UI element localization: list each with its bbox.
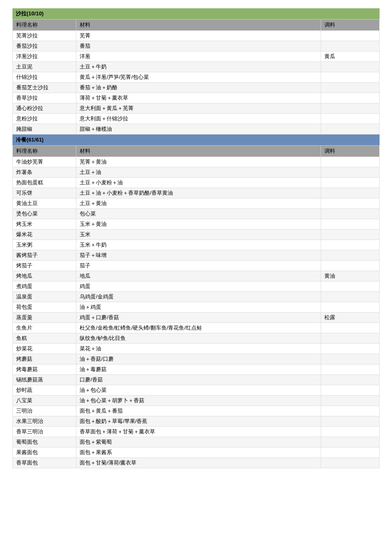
table-row: 果酱面包 面包＋果酱系 xyxy=(13,447,380,458)
dish-name: 烤茄子 xyxy=(13,261,76,271)
table-row: 生鱼片 杜父鱼/金枪鱼/虹鳟鱼/硬头鳟/翻车鱼/青花鱼/红点鲑 xyxy=(13,323,380,333)
dish-ingredient: 土豆＋牛奶 xyxy=(76,62,321,72)
table-row: 洋葱沙拉 洋葱 黄瓜 xyxy=(13,51,380,62)
dish-name: 烤玉米 xyxy=(13,219,76,230)
table-row: 通心粉沙拉 意大利面＋黄瓜＋芜菁 xyxy=(13,103,380,114)
dish-name: 温泉蛋 xyxy=(13,292,76,302)
cold-col-ingredient: 材料 xyxy=(76,146,321,157)
table-row: 蒸蛋羹 鸡蛋＋口蘑/香菇 松露 xyxy=(13,313,380,323)
dish-ingredient: 茄子 xyxy=(76,261,321,271)
dish-ingredient: 油＋毒蘑菇 xyxy=(76,364,321,375)
dish-name: 香草沙拉 xyxy=(13,93,76,103)
table-row: 炒菜花 菜花＋油 xyxy=(13,344,380,354)
dish-name: 番茄芝士沙拉 xyxy=(13,83,76,93)
dish-ingredient: 芜菁 xyxy=(76,31,321,41)
dish-seasoning xyxy=(321,447,379,458)
dish-ingredient: 洋葱 xyxy=(76,51,321,62)
dish-seasoning xyxy=(321,364,379,375)
dish-seasoning xyxy=(321,333,379,344)
table-row: 三明治 面包＋黄瓜＋番茄 xyxy=(13,406,380,416)
dish-seasoning xyxy=(321,261,379,271)
dish-ingredient: 黄瓜＋洋葱/芦笋/芜菁/包心菜 xyxy=(76,72,321,83)
dish-ingredient: 面包＋黄瓜＋番茄 xyxy=(76,406,321,416)
dish-name: 土豆泥 xyxy=(13,62,76,72)
dish-ingredient: 鸡蛋 xyxy=(76,281,321,292)
dish-ingredient: 土豆＋小麦粉＋油 xyxy=(76,178,321,188)
salad-col-ingredient: 材料 xyxy=(76,20,321,31)
table-row: 炒时蔬 油＋包心菜 xyxy=(13,385,380,396)
table-row: 烫包心菜 包心菜 xyxy=(13,209,380,219)
dish-name: 鱼糕 xyxy=(13,333,76,344)
dish-seasoning xyxy=(321,396,379,406)
dish-name: 水果三明治 xyxy=(13,416,76,427)
dish-seasoning xyxy=(321,167,379,178)
dish-ingredient: 茄子＋味增 xyxy=(76,250,321,261)
dish-ingredient: 地瓜 xyxy=(76,271,321,281)
dish-seasoning xyxy=(321,344,379,354)
dish-seasoning xyxy=(321,31,379,41)
dish-seasoning xyxy=(321,219,379,230)
dish-seasoning xyxy=(321,124,379,134)
dish-name: 煮鸡蛋 xyxy=(13,281,76,292)
dish-ingredient: 油＋包心菜 xyxy=(76,385,321,396)
dish-seasoning xyxy=(321,458,379,468)
dish-ingredient: 油＋香菇/口蘑 xyxy=(76,354,321,364)
dish-ingredient: 番茄＋油＋奶酪 xyxy=(76,83,321,93)
table-row: 香草面包 面包＋甘菊/薄荷/薰衣草 xyxy=(13,458,380,468)
table-row: 玉米粥 玉米＋牛奶 xyxy=(13,240,380,250)
dish-seasoning xyxy=(321,41,379,51)
dish-name: 生鱼片 xyxy=(13,323,76,333)
dish-ingredient: 土豆＋油 xyxy=(76,167,321,178)
salad-table: 料理名称 材料 调料 芜菁沙拉 芜菁 番茄沙拉 番茄 洋葱沙拉 洋葱 黄瓜 土豆… xyxy=(12,19,380,134)
salad-section: 沙拉(10/10) 料理名称 材料 调料 芜菁沙拉 芜菁 番茄沙拉 番茄 洋葱沙… xyxy=(12,8,380,134)
dish-seasoning: 黄油 xyxy=(321,271,379,281)
table-row: 土豆泥 土豆＋牛奶 xyxy=(13,62,380,72)
table-row: 爆米花 玉米 xyxy=(13,230,380,240)
dish-ingredient: 玉米 xyxy=(76,230,321,240)
dish-ingredient: 油＋鸡蛋 xyxy=(76,302,321,313)
dish-name: 烤地瓜 xyxy=(13,271,76,281)
dish-seasoning xyxy=(321,209,379,219)
dish-ingredient: 番茄 xyxy=(76,41,321,51)
dish-name: 腌甜椒 xyxy=(13,124,76,134)
salad-col-seasoning: 调料 xyxy=(321,20,379,31)
table-row: 番茄沙拉 番茄 xyxy=(13,41,380,51)
table-row: 腌甜椒 甜椒＋橄榄油 xyxy=(13,124,380,134)
dish-name: 炒菜花 xyxy=(13,344,76,354)
dish-name: 通心粉沙拉 xyxy=(13,103,76,114)
dish-ingredient: 薄荷＋甘菊＋薰衣草 xyxy=(76,93,321,103)
dish-name: 锡纸蘑菇蒸 xyxy=(13,375,76,385)
dish-seasoning xyxy=(321,292,379,302)
dish-name: 蒸蛋羹 xyxy=(13,313,76,323)
dish-seasoning xyxy=(321,385,379,396)
table-row: 八宝菜 油＋包心菜＋胡萝卜＋香菇 xyxy=(13,396,380,406)
dish-name: 炸薯条 xyxy=(13,167,76,178)
cold-header-row: 料理名称 材料 调料 xyxy=(13,146,380,157)
dish-ingredient: 甜椒＋橄榄油 xyxy=(76,124,321,134)
table-row: 荷包蛋 油＋鸡蛋 xyxy=(13,302,380,313)
dish-name: 香草三明治 xyxy=(13,427,76,437)
dish-name: 香草面包 xyxy=(13,458,76,468)
table-row: 烤毒蘑菇 油＋毒蘑菇 xyxy=(13,364,380,375)
table-row: 黄油土豆 土豆＋黄油 xyxy=(13,198,380,209)
dish-name: 三明治 xyxy=(13,406,76,416)
dish-name: 葡萄面包 xyxy=(13,437,76,447)
dish-seasoning xyxy=(321,157,379,167)
dish-ingredient: 玉米＋牛奶 xyxy=(76,240,321,250)
table-row: 香草沙拉 薄荷＋甘菊＋薰衣草 xyxy=(13,93,380,103)
dish-name: 果酱面包 xyxy=(13,447,76,458)
table-row: 煮鸡蛋 鸡蛋 xyxy=(13,281,380,292)
dish-ingredient: 香草面包＋薄荷＋甘菊＋薰衣草 xyxy=(76,427,321,437)
table-row: 番茄芝士沙拉 番茄＋油＋奶酪 xyxy=(13,83,380,93)
dish-seasoning xyxy=(321,250,379,261)
cold-col-seasoning: 调料 xyxy=(321,146,379,157)
cold-section-header: 冷餐(61/61) xyxy=(12,134,380,145)
dish-name: 番茄沙拉 xyxy=(13,41,76,51)
dish-seasoning: 黄瓜 xyxy=(321,51,379,62)
dish-name: 黄油土豆 xyxy=(13,198,76,209)
salad-col-name: 料理名称 xyxy=(13,20,76,31)
dish-ingredient: 鸡蛋＋口蘑/香菇 xyxy=(76,313,321,323)
salad-section-header: 沙拉(10/10) xyxy=(12,8,380,19)
table-row: 鱼糕 纵纹鱼/鲈鱼/比目鱼 xyxy=(13,333,380,344)
dish-seasoning xyxy=(321,188,379,198)
